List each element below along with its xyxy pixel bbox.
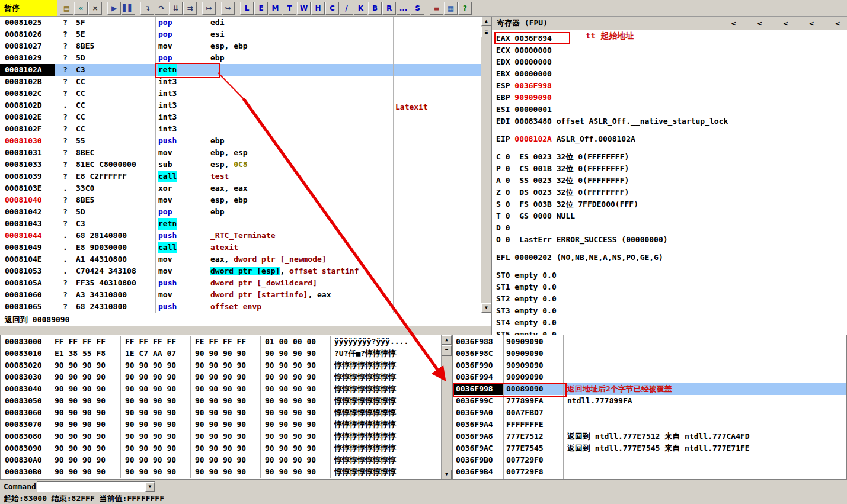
registers-scroll-arrow[interactable]: < — [809, 19, 814, 28]
disasm-row[interactable]: 00081026?5Epopesi — [0, 28, 481, 40]
disasm-row[interactable]: 00081027?8BE5movesp, ebp — [0, 40, 481, 52]
scrollbar-thumb[interactable]: ≡ — [481, 27, 491, 37]
register-line[interactable]: S 0 FS 003B 32位 7FFDE000(FFF) — [492, 198, 847, 210]
command-input[interactable] — [38, 483, 145, 490]
execute-till-return-button[interactable]: ↦ — [202, 2, 216, 15]
stack-row[interactable]: 0036F9A000A7FBD7 — [453, 407, 846, 419]
register-line[interactable]: EFL 00000202 (NO,NB,NE,A,NS,PO,GE,G) — [492, 252, 847, 264]
disasm-row[interactable]: 00081040?8BE5movesp, ebp — [0, 194, 481, 206]
dump-row[interactable]: 000830B090 90 90 9090 90 90 9090 90 90 9… — [1, 466, 441, 478]
stack-row[interactable]: 0036F9B4007729F8 — [453, 466, 846, 478]
disasm-row[interactable]: 0008102B?CCint3 — [0, 76, 481, 88]
restart-button[interactable]: « — [74, 2, 88, 15]
disasm-row[interactable]: 00081025?5Fpopedi — [0, 17, 481, 28]
disasm-row[interactable]: 00081031?8BECmovebp, esp — [0, 147, 481, 159]
register-line[interactable]: EAX 0036F894 — [492, 33, 847, 44]
disasm-row[interactable]: 0008102C?CCint3 — [0, 88, 481, 99]
register-line[interactable]: Z 0 DS 0023 32位 0(FFFFFFFF) — [492, 187, 847, 198]
disasm-row[interactable]: 00081060?A3 34310800movdword ptr [starti… — [0, 289, 481, 301]
stack-row[interactable]: 0036F9B0007729F0 — [453, 454, 846, 466]
dump-row[interactable]: 0008305090 90 90 9090 90 90 9090 90 90 9… — [1, 395, 441, 407]
dump-row[interactable]: 0008303090 90 90 9090 90 90 9090 90 90 9… — [1, 371, 441, 383]
disasm-row[interactable]: 00081043?C3retn — [0, 218, 481, 230]
dump-scrollbar[interactable]: ▲ ≡ ▼ — [441, 335, 452, 479]
help-button[interactable]: ? — [458, 2, 472, 15]
view-handles-button[interactable]: H — [311, 2, 325, 15]
disasm-row[interactable]: 0008103E.33C0xoreax, eax — [0, 182, 481, 194]
step-into-button[interactable]: ↴ — [140, 2, 154, 15]
scroll-up-button[interactable]: ▲ — [442, 335, 452, 345]
registers-scroll-arrow[interactable]: < — [784, 19, 788, 28]
disasm-row[interactable]: 00081029?5Dpopebp — [0, 52, 481, 64]
disasm-row[interactable]: 00081049.E8 9D030000callatexit — [0, 242, 481, 253]
register-line[interactable]: ESI 00000001 — [492, 104, 847, 115]
register-line[interactable]: C 0 ES 0023 32位 0(FFFFFFFF) — [492, 151, 847, 163]
register-line[interactable]: O 0 LastErr ERROR_SUCCESS (00000000) — [492, 234, 847, 246]
registers-scroll-arrow[interactable]: < — [835, 19, 840, 28]
scroll-down-button[interactable]: ▼ — [481, 303, 491, 313]
dump-row[interactable]: 0008308090 90 90 9090 90 90 9090 90 90 9… — [1, 431, 441, 442]
disasm-row[interactable]: 0008104E.A1 44310800moveax, dword ptr [_… — [0, 253, 481, 265]
dump-row[interactable]: 00083000FF FF FF FFFF FF FF FFFE FF FF F… — [1, 336, 441, 348]
dump-row[interactable]: 0008302090 90 90 9090 90 90 9090 90 90 9… — [1, 359, 441, 371]
dump-row[interactable]: 0008304090 90 90 9090 90 90 9090 90 90 9… — [1, 383, 441, 395]
scrollbar-thumb[interactable]: ≡ — [442, 345, 452, 356]
stack-row[interactable]: 0036F9AC777E7545返回到 ntdll.777E7545 来自 nt… — [453, 442, 846, 454]
disasm-row[interactable]: 00081042?5Dpopebp — [0, 206, 481, 218]
stack-row[interactable]: 0036F99090909090 — [453, 359, 846, 371]
disasm-row[interactable]: 00081053.C70424 343108movdword ptr [esp]… — [0, 265, 481, 277]
register-line[interactable]: ST2 empty 0.0 — [492, 293, 847, 305]
register-line[interactable]: ST1 empty 0.0 — [492, 281, 847, 293]
stack-row[interactable]: 0036F99800089090 — [453, 383, 846, 395]
view-patches-button[interactable]: / — [340, 2, 353, 15]
view-executables-button[interactable]: E — [254, 2, 268, 15]
command-combobox[interactable]: ▼ — [37, 481, 155, 492]
register-line[interactable]: T 0 GS 0000 NULL — [492, 210, 847, 222]
view-breakpoints-button[interactable]: B — [368, 2, 382, 15]
view-log-button[interactable]: L — [240, 2, 254, 15]
register-line[interactable]: EDX 00000000 — [492, 56, 847, 68]
registers-scroll-arrow[interactable]: < — [757, 19, 762, 28]
appearance-button[interactable]: ▦ — [444, 2, 458, 15]
view-source-button[interactable]: S — [411, 2, 424, 15]
scroll-up-button[interactable]: ▲ — [481, 17, 491, 26]
pause-button[interactable]: ▌▌ — [122, 2, 135, 15]
register-line[interactable]: ECX 00000000 — [492, 44, 847, 56]
run-button[interactable]: ▶ — [107, 2, 121, 15]
stack-row[interactable]: 0036F98C90909090 — [453, 348, 846, 359]
register-line[interactable]: A 0 SS 0023 32位 0(FFFFFFFF) — [492, 175, 847, 187]
register-line[interactable]: ST0 empty 0.0 — [492, 269, 847, 281]
disasm-row[interactable]: 00081044.68 28140800push_RTC_Terminate — [0, 230, 481, 242]
scroll-down-button[interactable]: ▼ — [442, 470, 452, 479]
disasm-row[interactable]: 0008102F?CCint3 — [0, 123, 481, 135]
dump-row[interactable]: 0008309090 90 90 9090 90 90 9090 90 90 9… — [1, 442, 441, 454]
register-line[interactable]: ST5 empty 0.0 — [492, 329, 847, 335]
register-line[interactable]: EBP 90909090 — [492, 92, 847, 104]
view-callstack-button[interactable]: K — [354, 2, 367, 15]
stack-row[interactable]: 0036F99490909090 — [453, 371, 846, 383]
open-file-button[interactable]: ▤ — [60, 2, 73, 15]
stack-row[interactable]: 0036F98890909090 — [453, 336, 846, 348]
disasm-scrollbar[interactable]: ▲ ≡ ▼ — [481, 17, 491, 313]
register-line[interactable]: EBX 00000000 — [492, 68, 847, 80]
view-references-button[interactable]: R — [382, 2, 396, 15]
options-button[interactable]: ≡ — [430, 2, 443, 15]
view-run-trace-button[interactable]: ... — [397, 2, 410, 15]
stack-row[interactable]: 0036F9A4FFFFFFFE — [453, 419, 846, 431]
view-cpu-button[interactable]: C — [325, 2, 339, 15]
step-over-button[interactable]: ↷ — [155, 2, 168, 15]
animate-over-button[interactable]: ⇉ — [183, 2, 197, 15]
disasm-row[interactable]: 0008102A?C3retn — [0, 64, 481, 76]
disasm-row[interactable]: 00081033?81EC C8000000subesp, 0C8 — [0, 159, 481, 171]
dump-row[interactable]: 00083010E1 38 55 F81E C7 AA 0790 90 90 9… — [1, 348, 441, 359]
disasm-row[interactable]: 00081039?E8 C2FFFFFFcalltest — [0, 171, 481, 182]
dump-row[interactable]: 0008307090 90 90 9090 90 90 9090 90 90 9… — [1, 419, 441, 431]
dump-row[interactable]: 000830A090 90 90 9090 90 90 9090 90 90 9… — [1, 454, 441, 466]
close-window-button[interactable]: × — [88, 2, 102, 15]
disasm-row[interactable]: 00081065?68 24310800pushoffset envp — [0, 301, 481, 313]
register-line[interactable]: EDI 00083480 offset ASLR_Off.__native_st… — [492, 115, 847, 127]
register-line[interactable]: D 0 — [492, 222, 847, 234]
register-line[interactable]: ESP 0036F998 — [492, 80, 847, 92]
register-line[interactable]: EIP 0008102A ASLR_Off.0008102A — [492, 133, 847, 145]
registers-scroll-arrow[interactable]: < — [731, 19, 736, 28]
